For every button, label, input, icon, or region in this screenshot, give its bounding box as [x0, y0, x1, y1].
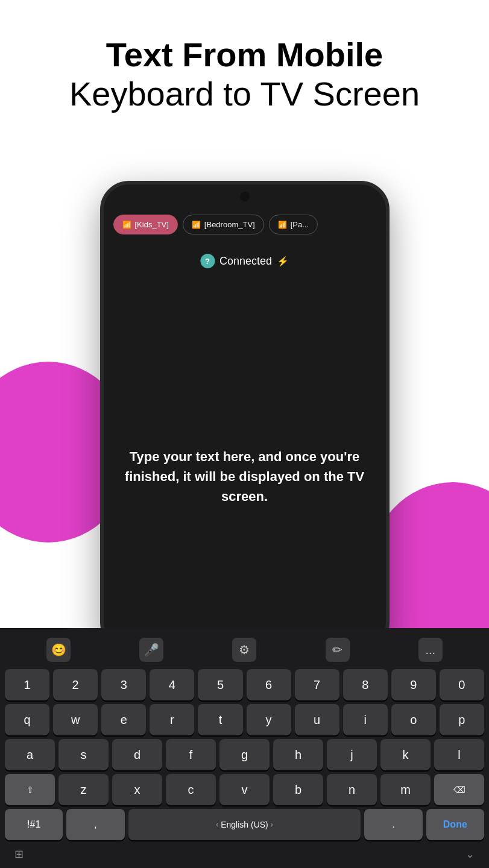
- tv-chip-bedroom[interactable]: 📶 [Bedroom_TV]: [183, 215, 264, 234]
- qwerty-row: q w e r t y u i o p: [2, 704, 487, 735]
- key-k[interactable]: k: [380, 739, 431, 770]
- key-v[interactable]: v: [219, 774, 270, 805]
- keyboard-container: 😊 🎤 ⚙ ✏ ... 1 2 3 4 5 6 7 8 9 0 q w e r …: [0, 628, 489, 868]
- key-y[interactable]: y: [247, 704, 291, 735]
- done-key[interactable]: Done: [426, 809, 484, 840]
- connected-status: ? Connected ⚡: [200, 254, 289, 268]
- wifi-icon-bedroom: 📶: [192, 221, 201, 229]
- key-3[interactable]: 3: [101, 669, 146, 700]
- key-p[interactable]: p: [440, 704, 484, 735]
- mic-button[interactable]: 🎤: [139, 638, 163, 662]
- phone-container: 📶 [Kids_TV] 📶 [Bedroom_TV] 📶 [Pa... ? Co…: [100, 181, 390, 651]
- key-4[interactable]: 4: [150, 669, 194, 700]
- keyboard-toolbar: 😊 🎤 ⚙ ✏ ...: [2, 633, 487, 667]
- symbols-key[interactable]: !#1: [5, 809, 63, 840]
- bluetooth-icon: ⚡: [277, 256, 289, 267]
- chip-label-kids: [Kids_TV]: [135, 220, 169, 229]
- chip-label-pa: [Pa...: [291, 220, 309, 229]
- key-l[interactable]: l: [434, 739, 484, 770]
- text-style-button[interactable]: ✏: [326, 638, 350, 662]
- type-text-area: Type your text here, and once you're fin…: [104, 305, 386, 647]
- key-j[interactable]: j: [327, 739, 377, 770]
- wifi-icon-pa: 📶: [278, 221, 287, 229]
- chip-label-bedroom: [Bedroom_TV]: [204, 220, 255, 229]
- key-6[interactable]: 6: [247, 669, 291, 700]
- connected-dot-icon: ?: [200, 254, 215, 268]
- connected-text: Connected: [219, 255, 272, 268]
- key-w[interactable]: w: [53, 704, 98, 735]
- key-f[interactable]: f: [166, 739, 216, 770]
- key-x[interactable]: x: [112, 774, 162, 805]
- wifi-icon-kids: 📶: [122, 221, 131, 229]
- key-g[interactable]: g: [219, 739, 270, 770]
- keyboard-grid-icon[interactable]: ⊞: [14, 848, 24, 861]
- key-e[interactable]: e: [101, 704, 146, 735]
- type-text-content: Type your text here, and once you're fin…: [116, 447, 374, 506]
- shift-key[interactable]: ⇧: [5, 774, 55, 805]
- tv-chip-kids[interactable]: 📶 [Kids_TV]: [113, 215, 178, 234]
- bottom-row: !#1 , ‹ English (US) › . Done: [2, 809, 487, 840]
- settings-button[interactable]: ⚙: [232, 638, 256, 662]
- comma-key[interactable]: ,: [66, 809, 124, 840]
- key-8[interactable]: 8: [343, 669, 388, 700]
- space-label: English (US): [221, 820, 268, 829]
- asdf-row: a s d f g h j k l: [2, 739, 487, 770]
- tv-chip-pa[interactable]: 📶 [Pa...: [269, 215, 318, 234]
- more-button[interactable]: ...: [418, 638, 443, 662]
- language-prev-icon: ‹: [216, 820, 218, 829]
- header-section: Text From Mobile Keyboard to TV Screen: [0, 0, 489, 126]
- keyboard-bottom-bar: ⊞ ⌄: [2, 844, 487, 861]
- header-subtitle: Keyboard to TV Screen: [24, 74, 465, 114]
- key-2[interactable]: 2: [53, 669, 98, 700]
- key-q[interactable]: q: [5, 704, 49, 735]
- language-next-icon: ›: [271, 820, 273, 829]
- key-m[interactable]: m: [380, 774, 431, 805]
- backspace-key[interactable]: ⌫: [434, 774, 484, 805]
- key-n[interactable]: n: [327, 774, 377, 805]
- tv-chips: 📶 [Kids_TV] 📶 [Bedroom_TV] 📶 [Pa...: [104, 215, 386, 234]
- key-h[interactable]: h: [273, 739, 323, 770]
- key-7[interactable]: 7: [295, 669, 339, 700]
- key-r[interactable]: r: [150, 704, 194, 735]
- phone-notch: [240, 192, 250, 201]
- key-b[interactable]: b: [273, 774, 323, 805]
- key-0[interactable]: 0: [440, 669, 484, 700]
- key-c[interactable]: c: [166, 774, 216, 805]
- key-o[interactable]: o: [391, 704, 436, 735]
- period-key[interactable]: .: [364, 809, 422, 840]
- zxcv-row: ⇧ z x c v b n m ⌫: [2, 774, 487, 805]
- header-title: Text From Mobile: [24, 36, 465, 74]
- key-i[interactable]: i: [343, 704, 388, 735]
- key-t[interactable]: t: [198, 704, 242, 735]
- key-u[interactable]: u: [295, 704, 339, 735]
- key-z[interactable]: z: [58, 774, 109, 805]
- key-s[interactable]: s: [58, 739, 109, 770]
- key-5[interactable]: 5: [198, 669, 242, 700]
- key-9[interactable]: 9: [391, 669, 436, 700]
- key-d[interactable]: d: [112, 739, 162, 770]
- key-a[interactable]: a: [5, 739, 55, 770]
- phone-frame: 📶 [Kids_TV] 📶 [Bedroom_TV] 📶 [Pa... ? Co…: [100, 181, 390, 651]
- space-key[interactable]: ‹ English (US) ›: [128, 809, 361, 840]
- key-1[interactable]: 1: [5, 669, 49, 700]
- keyboard-collapse-icon[interactable]: ⌄: [465, 848, 475, 861]
- emoji-button[interactable]: 😊: [46, 638, 71, 662]
- number-row: 1 2 3 4 5 6 7 8 9 0: [2, 669, 487, 700]
